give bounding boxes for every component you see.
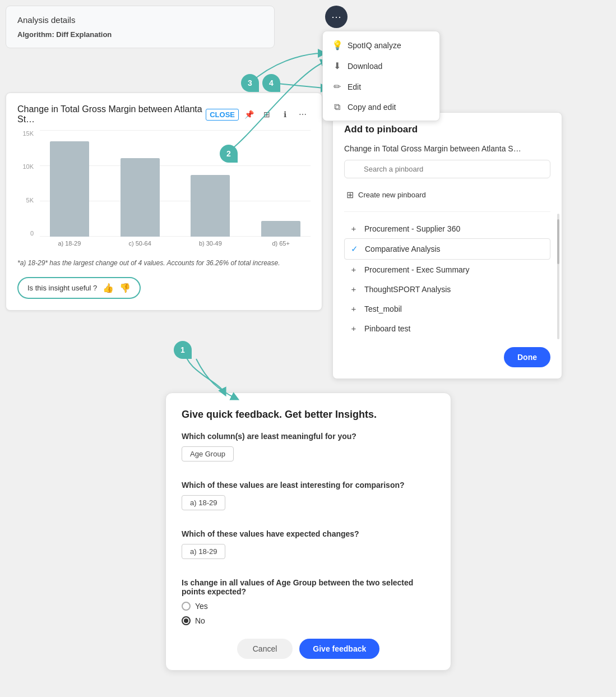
x-label-4: d) 65+	[251, 240, 311, 247]
annotation-bubble-3: 3	[241, 74, 259, 92]
thumbs-up-button[interactable]: 👍	[103, 283, 114, 293]
bar-group-1	[40, 141, 99, 237]
bar-1	[50, 141, 89, 237]
x-label-1: a) 18-29	[40, 240, 99, 247]
pinboard-item-1-icon: +	[349, 224, 359, 233]
grid-icon-btn[interactable]: ⊞	[259, 107, 275, 122]
x-label-3: b) 30-49	[181, 240, 240, 247]
pinboard-item-4-label: ThoughtSPORT Analysis	[364, 285, 451, 294]
feedback-section-3: Which of these values have expected chan…	[182, 529, 435, 569]
radio-no-label: No	[195, 616, 205, 625]
bar-3	[191, 175, 230, 237]
pinboard-panel: Add to pinboard Change in Total Gross Ma…	[332, 112, 562, 379]
menu-item-copy-edit[interactable]: ⧉ Copy and edit	[323, 97, 439, 117]
radio-no-circle[interactable]	[182, 616, 191, 625]
menu-item-edit-label: Edit	[348, 82, 361, 91]
bar-2	[121, 158, 160, 237]
pinboard-item-6-label: Pinboard test	[364, 324, 411, 333]
feedback-section-2: Which of these values are least interest…	[182, 481, 435, 520]
menu-item-edit[interactable]: ✏ Edit	[323, 76, 439, 97]
search-wrapper: 🔍	[344, 160, 550, 178]
pinboard-item-6-icon: +	[349, 324, 359, 333]
bar-4	[261, 221, 300, 237]
thumbs-down-button[interactable]: 👎	[119, 283, 131, 293]
done-button[interactable]: Done	[504, 347, 550, 367]
menu-item-download[interactable]: ⬇ Download	[323, 56, 439, 76]
pinboard-item-1[interactable]: + Procurement - Supplier 360	[344, 219, 550, 238]
context-menu-trigger[interactable]: ⋯	[325, 6, 348, 28]
pinboard-item-4[interactable]: + ThoughtSPORT Analysis	[344, 279, 550, 299]
feedback-section-4: Is change in all values of Age Group bet…	[182, 578, 435, 625]
pinboard-item-2[interactable]: ✓ Comparative Analysis	[344, 238, 550, 260]
feedback-card: Give quick feedback. Get better Insights…	[165, 393, 451, 671]
create-new-label: Create new pinboard	[358, 191, 426, 199]
pinboard-item-2-label: Comparative Analysis	[365, 244, 441, 253]
radio-no[interactable]: No	[182, 616, 435, 625]
feedback-card-title: Give quick feedback. Get better Insights…	[182, 409, 435, 421]
radio-yes-circle[interactable]	[182, 602, 191, 611]
bars-container	[40, 130, 311, 237]
close-button[interactable]: CLOSE	[206, 109, 239, 121]
pinboard-search-input[interactable]	[344, 160, 550, 178]
menu-item-download-label: Download	[348, 62, 382, 71]
annotation-bubble-1: 1	[174, 341, 192, 359]
more-icon-btn[interactable]: ⋯	[295, 107, 311, 122]
pinboard-item-2-icon: ✓	[349, 244, 359, 254]
feedback-question-4: Is change in all values of Age Group bet…	[182, 578, 435, 596]
y-axis-label-5k: 5K	[26, 197, 34, 204]
y-axis-label-0: 0	[30, 230, 34, 237]
done-btn-wrapper: Done	[344, 347, 550, 367]
create-new-pinboard[interactable]: ⊞ Create new pinboard	[344, 185, 550, 205]
edit-icon: ✏	[332, 81, 342, 92]
pinboard-item-3[interactable]: + Procurement - Exec Summary	[344, 260, 550, 279]
pinboard-item-5-icon: +	[349, 304, 359, 313]
chart-header-icons: CLOSE 📌 ⊞ ℹ ⋯	[206, 107, 311, 122]
create-new-icon: ⊞	[346, 190, 354, 200]
annotation-bubble-2: 2	[220, 145, 238, 163]
feedback-question-2: Which of these values are least interest…	[182, 481, 435, 490]
feedback-section-1: Which column(s) are least meaningful for…	[182, 432, 435, 472]
info-icon-btn[interactable]: ℹ	[277, 107, 293, 122]
scrollbar-thumb	[557, 219, 559, 264]
cancel-button[interactable]: Cancel	[237, 639, 293, 659]
feedback-question-3: Which of these values have expected chan…	[182, 529, 435, 538]
feedback-question-1: Which column(s) are least meaningful for…	[182, 432, 435, 441]
menu-item-copy-edit-label: Copy and edit	[348, 103, 396, 112]
menu-item-spotiq-label: SpotIQ analyze	[348, 41, 401, 50]
analysis-details-title: Analysis details	[17, 15, 263, 25]
feedback-tag-1[interactable]: Age Group	[182, 446, 234, 461]
pinboard-item-1-label: Procurement - Supplier 360	[364, 224, 460, 233]
chart-note: *a) 18-29* has the largest change out of…	[17, 258, 311, 268]
pinboard-item-5[interactable]: + Test_mobil	[344, 299, 550, 319]
bar-chart: 15K 10K 5K 0	[17, 130, 311, 253]
radio-yes[interactable]: Yes	[182, 602, 435, 611]
spotiq-icon: 💡	[332, 40, 342, 50]
chart-card: Change in Total Gross Margin between Atl…	[6, 93, 322, 311]
pinboard-item-3-icon: +	[349, 265, 359, 274]
download-icon: ⬇	[332, 61, 342, 71]
menu-item-spotiq[interactable]: 💡 SpotIQ analyze	[323, 35, 439, 56]
chart-title: Change in Total Gross Margin between Atl…	[17, 104, 206, 124]
x-label-2: c) 50-64	[110, 240, 170, 247]
pinboard-item-4-icon: +	[349, 284, 359, 294]
pinboard-item-3-label: Procurement - Exec Summary	[364, 265, 470, 274]
pinboard-item-6[interactable]: + Pinboard test	[344, 319, 550, 338]
bar-group-3	[181, 175, 240, 237]
annotation-bubble-4: 4	[262, 74, 280, 92]
feedback-row: Is this insight useful ? 👍 👎	[17, 277, 311, 299]
bar-group-2	[110, 158, 170, 237]
context-menu-popup: 💡 SpotIQ analyze ⬇ Download ✏ Edit ⧉ Cop…	[322, 31, 440, 121]
divider	[344, 211, 550, 212]
radio-group: Yes No	[182, 602, 435, 625]
more-options-icon: ⋯	[331, 11, 341, 23]
give-feedback-button[interactable]: Give feedback	[299, 639, 379, 659]
pin-icon-btn[interactable]: 📌	[241, 107, 257, 122]
feedback-tag-2[interactable]: a) 18-29	[182, 495, 225, 510]
x-axis-labels: a) 18-29 c) 50-64 b) 30-49 d) 65+	[40, 240, 311, 247]
pinboard-scrollbar[interactable]	[557, 214, 559, 339]
feedback-tag-3[interactable]: a) 18-29	[182, 544, 225, 559]
feedback-pill[interactable]: Is this insight useful ? 👍 👎	[17, 277, 141, 299]
feedback-actions: Cancel Give feedback	[182, 639, 435, 659]
bar-group-4	[251, 221, 311, 237]
chart-card-header: Change in Total Gross Margin between Atl…	[17, 104, 311, 124]
